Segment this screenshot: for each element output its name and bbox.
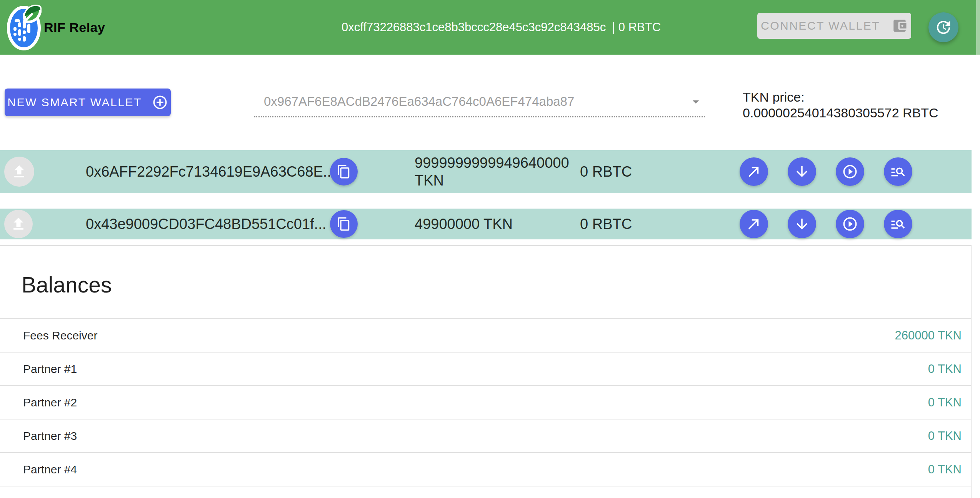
scrollbar-track[interactable] [976, 0, 980, 55]
arrow-down-icon [794, 164, 810, 180]
wallet-rbtc-balance: 0 RBTC [580, 216, 632, 232]
token-price: TKN price: 0.00000254014380305572 RBTC [743, 89, 973, 121]
arrow-up-right-icon [746, 216, 762, 232]
table-row: Partner #2 0 TKN [0, 386, 971, 419]
play-circle-icon [842, 216, 858, 232]
balance-label: Fees Receiver [23, 329, 97, 342]
balances-section: Balances Fees Receiver 260000 TKN Partne… [0, 245, 972, 498]
arrow-up-right-icon [746, 164, 762, 180]
dropdown-caret-icon [688, 94, 703, 109]
deploy-wallet-button[interactable] [4, 210, 33, 238]
table-row: Partner #4 0 TKN [0, 453, 971, 486]
manage-search-icon [890, 216, 906, 232]
upload-icon [11, 163, 28, 180]
token-price-label: TKN price: [743, 89, 973, 105]
connect-wallet-button[interactable]: CONNECT WALLET [757, 13, 911, 39]
balance-value: 0 TKN [928, 362, 962, 376]
inspect-button[interactable] [884, 157, 912, 186]
arrow-down-icon [794, 216, 810, 232]
balance-label: Partner #3 [23, 429, 77, 443]
relay-hub-address: 0xcff73226883c1ce8b3bccc28e45c3c92c84348… [342, 20, 606, 34]
balances-table: Fees Receiver 260000 TKN Partner #1 0 TK… [0, 318, 971, 486]
upload-icon [10, 216, 27, 232]
balance-value: 260000 TKN [895, 329, 962, 343]
wallet-token-balance: 9999999999949640000 TKN [415, 154, 584, 189]
smart-wallet-address: 0x6AFF2292Fc7134619E9A63C68E... [86, 164, 335, 180]
execute-button[interactable] [836, 157, 864, 186]
page-title: RIF Relay [44, 0, 105, 55]
smart-wallet-row: 0x43e9009CD03FC48BD551Cc01f... 49900000 … [0, 209, 972, 239]
table-row: Partner #3 0 TKN [0, 419, 971, 453]
app-header: RIF Relay 0xcff73226883c1ce8b3bccc28e45c… [0, 0, 980, 55]
balance-label: Partner #1 [23, 363, 77, 376]
deposit-button[interactable] [788, 210, 816, 238]
connect-wallet-label: CONNECT WALLET [761, 19, 880, 32]
transfer-button[interactable] [740, 210, 768, 238]
copy-icon [337, 164, 351, 179]
smart-wallet-select-value: 0x967AF6E8ACdB2476Ea634aC764c0A6EF474aba… [254, 94, 574, 109]
deploy-wallet-button[interactable] [4, 157, 34, 187]
wallet-token-balance: 49900000 TKN [415, 215, 584, 233]
plus-circle-icon [152, 94, 168, 110]
play-circle-icon [842, 164, 858, 180]
inspect-button[interactable] [884, 210, 912, 238]
balance-value: 0 TKN [928, 463, 962, 476]
smart-wallet-select[interactable]: 0x967AF6E8ACdB2476Ea634aC764c0A6EF474aba… [254, 87, 705, 117]
table-row: Fees Receiver 260000 TKN [0, 319, 971, 353]
balance-label: Partner #4 [23, 463, 77, 476]
wallet-icon [892, 18, 908, 34]
new-smart-wallet-button[interactable]: NEW SMART WALLET [5, 89, 171, 116]
refresh-button[interactable] [928, 12, 958, 42]
balances-title: Balances [22, 271, 112, 298]
wallet-rbtc-balance: 0 RBTC [580, 164, 632, 180]
refresh-clock-icon [935, 18, 952, 36]
execute-button[interactable] [836, 210, 864, 238]
relay-hub-balance: | 0 RBTC [612, 20, 661, 34]
table-row: Partner #1 0 TKN [0, 353, 971, 386]
balance-value: 0 TKN [928, 429, 962, 443]
copy-address-button[interactable] [330, 158, 358, 185]
new-smart-wallet-label: NEW SMART WALLET [7, 96, 142, 109]
rif-logo [7, 4, 42, 51]
transfer-button[interactable] [740, 157, 768, 186]
balance-value: 0 TKN [928, 396, 962, 409]
relay-hub-account: 0xcff73226883c1ce8b3bccc28e45c3c92c84348… [342, 0, 661, 55]
smart-wallet-row: 0x6AFF2292Fc7134619E9A63C68E... 99999999… [0, 150, 972, 193]
copy-address-button[interactable] [330, 210, 358, 238]
smart-wallet-address: 0x43e9009CD03FC48BD551Cc01f... [86, 216, 326, 232]
copy-icon [337, 217, 351, 231]
balance-label: Partner #2 [23, 396, 77, 409]
manage-search-icon [890, 164, 906, 180]
deposit-button[interactable] [788, 157, 816, 186]
token-price-value: 0.00000254014380305572 RBTC [743, 105, 973, 121]
